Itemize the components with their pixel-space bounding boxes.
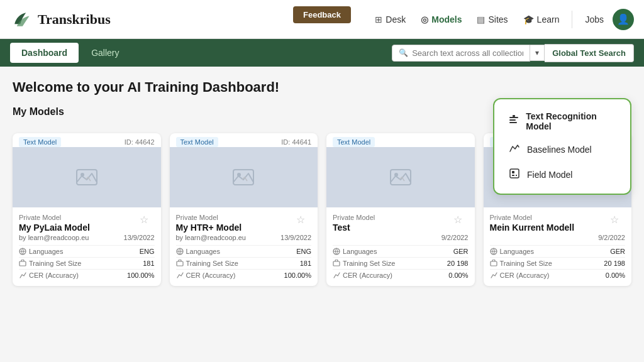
svg-point-9 <box>80 173 84 177</box>
card-type: Private Model <box>490 214 575 221</box>
languages-label: Languages <box>176 248 220 255</box>
svg-rect-2 <box>509 122 517 123</box>
dropdown-text-recognition-label: Text Recognition Model <box>526 111 616 131</box>
card-date: 9/2/2022 <box>441 234 469 241</box>
nav-jobs-label: Jobs <box>585 14 604 25</box>
nav-jobs[interactable]: Jobs <box>579 11 610 28</box>
feedback-badge[interactable]: Feedback <box>293 6 351 23</box>
languages-label: Languages <box>490 248 534 255</box>
dropdown-field-model[interactable]: Field Model <box>498 162 626 187</box>
card-info: Private Model Test <box>333 214 375 234</box>
card-name: My HTR+ Model <box>176 222 242 233</box>
text-recognition-icon <box>508 114 519 128</box>
card-name: My PyLaia Model <box>19 222 90 233</box>
training-set-label: Training Set Size <box>176 260 238 267</box>
card-info: Private Model Mein Kurrent Modell <box>490 214 575 234</box>
dropdown-field-model-label: Field Model <box>527 170 572 180</box>
model-card[interactable]: Text Model ID: 44641 Private Model My HT… <box>170 133 318 286</box>
card-author-row: 9/2/2022 <box>333 234 469 241</box>
page-title: Welcome to your AI Training Dashboard! <box>13 79 631 96</box>
card-date: 9/2/2022 <box>598 234 625 241</box>
card-body: Private Model My PyLaia Model ☆ by learn… <box>13 207 161 286</box>
nav-desk[interactable]: ⊞ Desk <box>369 11 412 28</box>
card-top-bar: Text Model ID: 44641 <box>170 133 318 147</box>
languages-value: ENG <box>140 248 155 255</box>
card-name: Test <box>333 222 375 233</box>
card-tag: Text Model <box>333 137 375 147</box>
star-icon[interactable]: ☆ <box>453 214 462 226</box>
svg-rect-3 <box>513 115 515 117</box>
dropdown-text-recognition[interactable]: Text Recognition Model <box>498 106 626 137</box>
training-set-label: Training Set Size <box>490 260 552 267</box>
languages-label: Languages <box>333 248 377 255</box>
nav-learn[interactable]: 🎓 Learn <box>517 11 566 28</box>
meta-cer-row: CER (Accuracy) 0.00% <box>333 269 469 281</box>
cer-value: 100.00% <box>127 272 154 279</box>
card-meta: Languages GER Training Set Size 20 198 C… <box>490 245 626 281</box>
languages-value: ENG <box>296 248 311 255</box>
search-icon: 🔍 <box>399 48 408 57</box>
card-author: by learn@readcoop.eu <box>19 234 89 241</box>
card-top-bar: Text Model <box>326 133 475 147</box>
logo-icon <box>10 8 33 31</box>
nav-models[interactable]: ◎ Models <box>414 11 468 28</box>
training-set-value: 20 198 <box>604 260 625 267</box>
star-icon[interactable]: ☆ <box>610 214 619 226</box>
svg-rect-12 <box>19 261 26 266</box>
card-type: Private Model <box>333 214 375 221</box>
card-tag: Text Model <box>176 137 218 147</box>
meta-training-row: Training Set Size 181 <box>19 257 155 269</box>
model-card[interactable]: Text Model Private Model Test ☆ <box>326 133 475 286</box>
card-date: 13/9/2022 <box>280 234 311 241</box>
star-icon[interactable]: ☆ <box>296 214 305 226</box>
training-set-value: 181 <box>300 260 311 267</box>
global-search-button[interactable]: Global Text Search <box>545 44 634 62</box>
cer-label: CER (Accuracy) <box>333 272 392 279</box>
card-header-row: Private Model Mein Kurrent Modell ☆ <box>490 214 626 234</box>
nav-desk-label: Desk <box>386 14 406 25</box>
card-header-row: Private Model My PyLaia Model ☆ <box>19 214 155 234</box>
card-image <box>326 147 475 207</box>
cer-value: 100.00% <box>284 272 311 279</box>
sites-icon: ▤ <box>477 14 485 25</box>
search-dropdown-btn[interactable]: ▾ <box>530 45 545 61</box>
star-icon[interactable]: ☆ <box>140 214 148 226</box>
header-nav: ⊞ Desk ◎ Models ▤ Sites 🎓 Learn Jobs 👤 <box>369 9 634 30</box>
logo-area[interactable]: Transkribus <box>10 8 111 31</box>
meta-languages-row: Languages ENG <box>176 245 312 257</box>
learn-icon: 🎓 <box>523 14 534 25</box>
dropdown-baselines[interactable]: Baselines Model <box>498 137 626 162</box>
model-card[interactable]: Text Model ID: 44642 Private Model My Py… <box>13 133 161 286</box>
meta-languages-row: Languages GER <box>333 245 469 257</box>
avatar[interactable]: 👤 <box>613 9 634 30</box>
models-icon: ◎ <box>421 14 428 25</box>
main-content: Welcome to your AI Training Dashboard! M… <box>0 67 644 362</box>
broken-image-icon <box>231 165 256 190</box>
nav-learn-label: Learn <box>537 14 560 25</box>
cer-label: CER (Accuracy) <box>19 272 79 279</box>
training-set-label: Training Set Size <box>333 260 395 267</box>
svg-rect-5 <box>512 171 514 173</box>
card-info: Private Model My HTR+ Model <box>176 214 242 234</box>
header: Transkribus Feedback ⊞ Desk ◎ Models ▤ S… <box>0 0 644 39</box>
tab-dashboard[interactable]: Dashboard <box>10 43 79 63</box>
nav-sites[interactable]: ▤ Sites <box>470 11 514 28</box>
card-author-row: 9/2/2022 <box>490 234 626 241</box>
training-set-value: 181 <box>143 260 154 267</box>
card-info: Private Model My PyLaia Model <box>19 214 90 234</box>
svg-rect-1 <box>509 119 516 121</box>
card-meta: Languages ENG Training Set Size 181 CER … <box>176 245 312 281</box>
search-input-wrap: 🔍 <box>392 45 530 62</box>
card-id: ID: 44641 <box>281 138 311 146</box>
broken-image-icon <box>388 165 413 190</box>
svg-rect-0 <box>509 117 518 118</box>
card-header-row: Private Model My HTR+ Model ☆ <box>176 214 312 234</box>
svg-rect-22 <box>333 261 340 266</box>
field-model-icon <box>508 168 521 182</box>
dropdown-baselines-label: Baselines Model <box>527 145 592 155</box>
training-set-label: Training Set Size <box>19 260 81 267</box>
action-bar: + Train New Model Text Recognition Model… <box>531 104 631 127</box>
card-author-row: by learn@readcoop.eu 13/9/2022 <box>19 234 155 241</box>
tab-gallery[interactable]: Gallery <box>80 43 130 63</box>
search-input[interactable] <box>412 48 523 58</box>
